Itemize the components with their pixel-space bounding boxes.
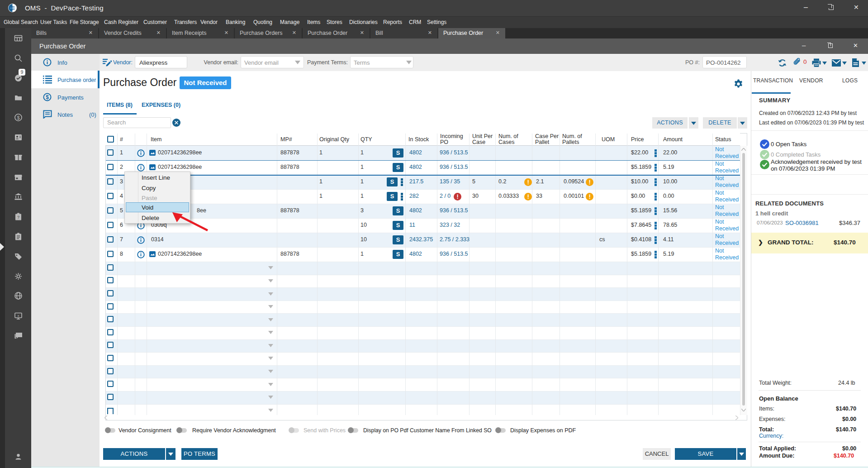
svg-text:$: $ xyxy=(46,94,49,100)
svg-text:$: $ xyxy=(17,115,19,120)
svg-text:x: x xyxy=(18,314,19,318)
svg-text:?: ? xyxy=(17,215,19,220)
